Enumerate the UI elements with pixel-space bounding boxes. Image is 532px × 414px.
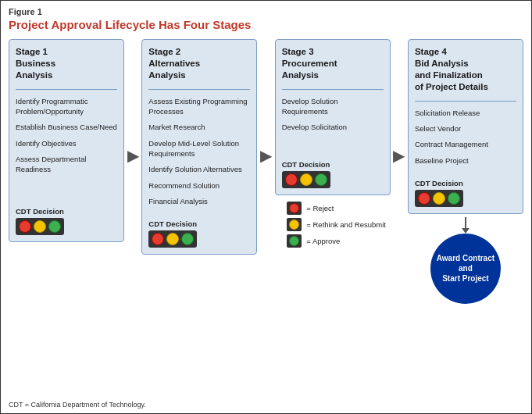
stage1-header: Stage 1 BusinessAnalysis bbox=[16, 46, 117, 81]
arrow-down-line bbox=[465, 217, 466, 228]
stage1-tl-green bbox=[48, 220, 61, 233]
legend-rethink: = Rethink and Resubmit bbox=[287, 218, 386, 231]
stage3-wrapper: Stage 3 ProcurementAnalysis Develop Solu… bbox=[275, 39, 391, 248]
stage4-tl-red bbox=[418, 192, 430, 205]
stage1-box: Stage 1 BusinessAnalysis Identify Progra… bbox=[9, 39, 124, 242]
stage1-traffic-light bbox=[16, 218, 64, 235]
stage3-items: Develop Solution Requirements Develop So… bbox=[282, 96, 384, 152]
legend-yellow bbox=[289, 219, 299, 230]
legend-reject: = Reject bbox=[287, 202, 386, 215]
stage3-tl-green bbox=[315, 173, 327, 186]
stage3-box: Stage 3 ProcurementAnalysis Develop Solu… bbox=[275, 39, 391, 195]
stage4-wrapper: Stage 4 Bid Analysisand Finalizationof P… bbox=[408, 39, 523, 304]
figure-label: Figure 1 bbox=[9, 7, 523, 16]
stage1-wrapper: Stage 1 BusinessAnalysis Identify Progra… bbox=[9, 39, 124, 242]
stage3-header: Stage 3 ProcurementAnalysis bbox=[282, 46, 384, 81]
stage2-item4: Identify Solution Alternatives bbox=[148, 164, 250, 174]
arrow-down-head bbox=[462, 228, 470, 234]
stage4-traffic-light bbox=[415, 190, 463, 207]
stages-row: Stage 1 BusinessAnalysis Identify Progra… bbox=[9, 39, 523, 304]
legend-red-box bbox=[287, 202, 302, 215]
arrow3: ▶ bbox=[392, 148, 406, 163]
stage1-items: Identify Programmatic Problem/Opportunit… bbox=[16, 96, 117, 199]
stage4-box: Stage 4 Bid Analysisand Finalizationof P… bbox=[408, 39, 523, 214]
figure-title: Project Approval Lifecycle Has Four Stag… bbox=[9, 18, 523, 31]
stage2-box: Stage 2 AlternativesAnalysis Assess Exis… bbox=[141, 39, 257, 255]
award-section: Award Contract and Start Project bbox=[430, 217, 501, 304]
stage2-item2: Market Research bbox=[148, 122, 250, 132]
footnote: CDT = California Department of Technolog… bbox=[9, 401, 146, 409]
stage1-cdt: CDT Decision bbox=[16, 207, 117, 235]
stage4-item2: Select Vendor bbox=[415, 123, 516, 134]
stage3-item1: Develop Solution Requirements bbox=[282, 96, 384, 117]
stage2-item5: Recommend Solution bbox=[148, 180, 250, 191]
arrow1: ▶ bbox=[126, 148, 140, 163]
stage1-tl-yellow bbox=[34, 220, 46, 233]
stage2-item1: Assess Existing Programming Processes bbox=[148, 96, 250, 117]
stage2-tl-red bbox=[152, 233, 164, 245]
stage4-tl-yellow bbox=[433, 192, 445, 205]
stage4-items: Solicitation Release Select Vendor Contr… bbox=[415, 108, 516, 171]
stage2-items: Assess Existing Programming Processes Ma… bbox=[148, 96, 250, 212]
stage1-item2: Establish Business Case/Need bbox=[16, 122, 117, 132]
stage4-item1: Solicitation Release bbox=[415, 108, 516, 118]
stage1-item4: Assess Departmental Readiness bbox=[16, 154, 117, 175]
stage2-item3: Develop Mid-Level Solution Requirements bbox=[148, 138, 250, 159]
legend-green bbox=[289, 236, 299, 246]
stage2-traffic-light bbox=[148, 230, 197, 248]
stage2-wrapper: Stage 2 AlternativesAnalysis Assess Exis… bbox=[141, 39, 257, 255]
legend-approve: = Approve bbox=[287, 234, 386, 248]
figure-container: Figure 1 Project Approval Lifecycle Has … bbox=[0, 0, 532, 414]
stage3-tl-yellow bbox=[300, 173, 312, 186]
legend: = Reject = Rethink and Resubmit = Approv… bbox=[287, 202, 386, 248]
stage2-tl-yellow bbox=[166, 233, 179, 245]
stage2-cdt: CDT Decision bbox=[148, 219, 250, 248]
stage3-cdt: CDT Decision bbox=[282, 160, 384, 188]
arrow2: ▶ bbox=[259, 148, 273, 163]
stage4-cdt: CDT Decision bbox=[415, 179, 516, 207]
stage3-item2: Develop Solicitation bbox=[282, 122, 384, 132]
stage4-tl-green bbox=[448, 192, 460, 205]
stage2-tl-green bbox=[181, 233, 194, 245]
award-circle: Award Contract and Start Project bbox=[430, 234, 501, 304]
stage1-item1: Identify Programmatic Problem/Opportunit… bbox=[16, 96, 117, 117]
stage2-item6: Financial Analysis bbox=[148, 196, 250, 206]
stage3-traffic-light bbox=[282, 171, 330, 188]
stage3-tl-red bbox=[285, 173, 298, 186]
stage1-tl-red bbox=[19, 220, 31, 233]
stage4-header: Stage 4 Bid Analysisand Finalizationof P… bbox=[415, 46, 516, 93]
legend-red bbox=[289, 203, 299, 213]
stage4-item4: Baseline Project bbox=[415, 155, 516, 166]
stage1-item3: Identify Objectives bbox=[16, 138, 117, 148]
down-arrow bbox=[462, 217, 470, 234]
stage4-item3: Contract Management bbox=[415, 139, 516, 149]
stage2-header: Stage 2 AlternativesAnalysis bbox=[148, 46, 250, 81]
legend-yellow-box bbox=[287, 218, 302, 231]
legend-green-box bbox=[287, 234, 302, 248]
